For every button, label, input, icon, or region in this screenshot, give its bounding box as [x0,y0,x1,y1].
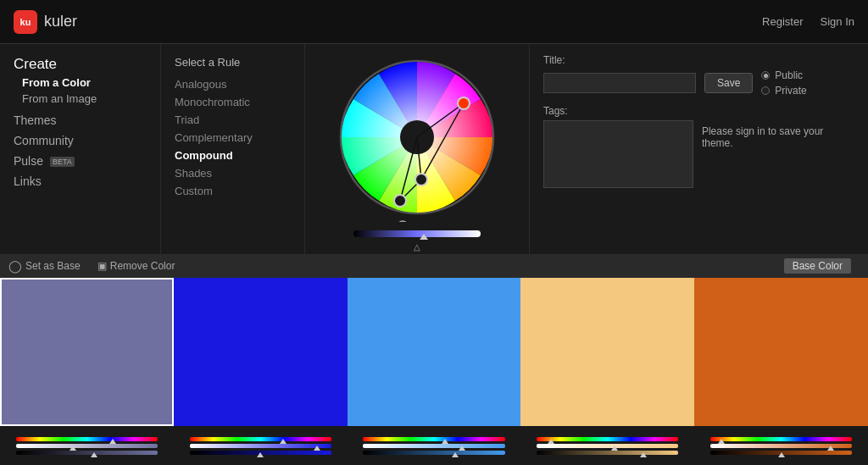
rule-compound[interactable]: Compound [175,147,291,164]
swatch-2-sliders [174,426,348,465]
swatch-1-sliders [0,426,174,465]
logo-icon: ku [14,10,37,34]
swatch-3-bright-thumb[interactable] [452,452,459,457]
swatch-3-sat-track[interactable] [363,444,504,448]
sidebar-item-themes[interactable]: Themes [14,113,147,127]
rule-triad[interactable]: Triad [175,111,291,129]
swatch-4-bright-track[interactable] [537,451,678,455]
swatch-4-hue-track[interactable] [537,437,678,441]
swatch-2-sat-thumb[interactable] [314,446,320,451]
private-label: Private [775,85,806,97]
save-row: Save Public Private [543,69,854,97]
select-rule-title: Select a Rule [175,56,291,69]
swatch-2-hue-track[interactable] [190,437,331,441]
set-as-base-icon: ◯ [8,259,22,273]
swatch-1-hue-thumb[interactable] [109,439,116,444]
rule-custom[interactable]: Custom [175,182,291,200]
register-link[interactable]: Register [762,15,803,28]
app-title: kuler [44,13,77,30]
swatch-1-hue-track[interactable] [16,437,158,441]
swatch-4[interactable] [520,278,694,426]
swatch-5-bright-track[interactable] [710,451,852,455]
public-label: Public [775,69,803,81]
app-header: ku kuler Register Sign In [0,0,868,44]
swatch-2-bright-track[interactable] [190,451,331,455]
sidebar-item-from-image[interactable]: From an Image [14,91,147,107]
swatch-1-bright-track[interactable] [16,451,158,455]
wheel-handle-1 [394,195,406,207]
swatch-3-sliders [348,426,521,465]
swatches-section: ◯ Set as Base ▣ Remove Color Base Color [0,254,868,465]
swatch-2-hue-thumb[interactable] [280,439,287,444]
brightness-slider-container: △ [349,230,485,252]
tags-label: Tags: [543,105,854,117]
wheel-handle-3 [458,97,470,109]
swatch-4-sliders [520,426,694,465]
remove-color-label: Remove Color [110,260,175,272]
swatch-5-sliders [694,426,868,465]
sliders-row [0,426,868,465]
swatch-4-sat-track[interactable] [537,444,678,448]
public-option[interactable]: Public [761,69,806,81]
beta-badge: BETA [50,157,75,167]
swatch-4-sat-thumb[interactable] [611,446,618,451]
swatch-4-hue-thumb[interactable] [548,439,554,444]
swatch-5-bright-thumb[interactable] [778,452,785,457]
tags-input[interactable] [543,120,693,188]
set-as-base-button[interactable]: ◯ Set as Base [8,259,81,273]
swatch-5-sat-track[interactable] [710,444,852,448]
rule-shades[interactable]: Shades [175,164,291,182]
sidebar-item-links[interactable]: Links [14,174,147,188]
swatch-4-bright-thumb[interactable] [640,452,647,457]
swatch-1-bright-thumb[interactable] [91,452,97,457]
brightness-thumb[interactable] [420,234,428,240]
swatch-1[interactable] [0,278,174,426]
private-option[interactable]: Private [761,85,806,97]
sign-in-link[interactable]: Sign In [821,15,854,28]
swatches-toolbar: ◯ Set as Base ▣ Remove Color Base Color [0,254,868,278]
remove-icon: ▣ [97,260,107,272]
swatch-2-sat-track[interactable] [190,444,331,448]
rule-complementary[interactable]: Complementary [175,129,291,147]
title-label: Title: [543,54,854,66]
private-radio[interactable] [761,86,770,95]
visibility-options: Public Private [761,69,806,97]
logo-area: ku kuler [14,10,77,34]
remove-color-button[interactable]: ▣ Remove Color [97,260,175,272]
swatch-3-bright-track[interactable] [363,451,504,455]
wheel-handle-2 [415,174,427,185]
brightness-track[interactable] [353,230,481,237]
rule-monochromatic[interactable]: Monochromatic [175,93,291,111]
save-button[interactable]: Save [704,73,753,93]
sign-in-message: Please sign in to save your theme. [702,125,854,149]
swatch-5[interactable] [694,278,868,426]
header-links: Register Sign In [762,15,854,28]
sidebar-item-pulse[interactable]: Pulse BETA [14,154,147,168]
color-wheel[interactable] [332,53,502,222]
set-as-base-label: Set as Base [25,260,81,272]
swatches-row [0,278,868,426]
swatch-1-sat-thumb[interactable] [70,446,76,451]
base-color-label: Base Color [784,258,851,274]
rule-analogous[interactable]: Analogous [175,75,291,93]
swatch-5-hue-thumb[interactable] [718,439,725,444]
swatch-3-hue-thumb[interactable] [442,439,448,444]
title-input[interactable] [543,73,696,93]
sidebar-item-from-color[interactable]: From a Color [14,75,147,91]
swatch-3-hue-track[interactable] [363,437,504,441]
create-label: Create [14,56,147,73]
swatch-3-sat-thumb[interactable] [459,446,465,451]
swatch-2-bright-thumb[interactable] [257,452,264,457]
swatch-5-sat-thumb[interactable] [827,446,834,451]
swatch-1-sat-track[interactable] [16,444,158,448]
swatch-3[interactable] [348,278,521,426]
public-radio[interactable] [761,71,770,80]
swatch-5-hue-track[interactable] [710,437,852,441]
swatch-2[interactable] [174,278,348,426]
sidebar-item-community[interactable]: Community [14,134,147,147]
